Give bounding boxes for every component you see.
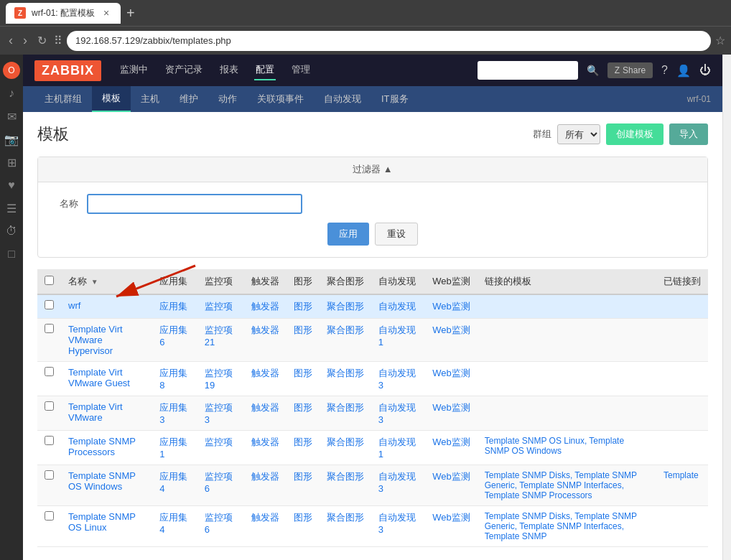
graph-link[interactable]: 图形 (294, 471, 312, 482)
tab-close-button[interactable]: × (101, 7, 112, 19)
graph-link[interactable]: 图形 (294, 325, 312, 335)
discovery-link[interactable]: 自动发现 1 (378, 325, 416, 347)
apps-button[interactable]: ⠿ (54, 34, 62, 47)
screen-link[interactable]: 聚合图形 (327, 512, 364, 523)
new-tab-button[interactable]: + (126, 5, 135, 22)
appset-link[interactable]: 应用集 1 (159, 437, 187, 459)
appset-link[interactable]: 应用集 3 (159, 402, 187, 425)
nav-monitoring[interactable]: 监测中 (118, 60, 149, 80)
subnav-actions[interactable]: 动作 (208, 86, 247, 112)
trigger-link[interactable]: 触发器 (251, 471, 279, 482)
monitor-link[interactable]: 监控项 6 (205, 512, 233, 535)
search-icon[interactable]: 🔍 (587, 65, 599, 76)
bookmark-button[interactable]: ☆ (715, 34, 725, 47)
monitor-link[interactable]: 监控项 21 (205, 325, 233, 347)
row-checkbox[interactable] (45, 401, 54, 411)
discovery-link[interactable]: 自动发现 1 (378, 437, 416, 459)
graph-link[interactable]: 图形 (294, 437, 312, 447)
discovery-link[interactable]: 自动发现 3 (378, 402, 416, 425)
row-checkbox-cell[interactable] (37, 465, 61, 506)
monitor-link[interactable]: 监控项 3 (205, 402, 233, 425)
row-checkbox[interactable] (45, 470, 54, 480)
trigger-link[interactable]: 触发器 (251, 402, 279, 413)
sidebar-icon-menu[interactable]: ☰ (1, 198, 22, 218)
screen-link[interactable]: 聚合图形 (327, 437, 364, 447)
graph-link[interactable]: 图形 (294, 512, 312, 523)
row-checkbox-cell[interactable] (37, 362, 61, 396)
row-checkbox[interactable] (45, 300, 54, 309)
web-link[interactable]: Web监测 (432, 471, 470, 482)
row-checkbox[interactable] (45, 511, 54, 521)
apply-button[interactable]: 应用 (327, 223, 369, 246)
template-name-link[interactable]: Template Virt VMware Hypervisor (68, 324, 123, 356)
graph-link[interactable]: 图形 (294, 402, 312, 413)
select-all-header[interactable] (37, 269, 61, 294)
appset-link[interactable]: 应用集 8 (159, 368, 187, 391)
sidebar-icon-square[interactable]: □ (1, 244, 22, 264)
discovery-link[interactable]: 自动发现 3 (378, 368, 416, 391)
nav-admin[interactable]: 管理 (290, 60, 312, 80)
sidebar-icon-music[interactable]: ♪ (1, 83, 22, 103)
sidebar-icon-mail[interactable]: ✉ (1, 106, 22, 126)
subnav-correlation[interactable]: 关联项事件 (247, 86, 314, 112)
user-icon[interactable]: 👤 (676, 64, 691, 78)
subnav-host-groups[interactable]: 主机群组 (34, 86, 92, 112)
subnav-hosts[interactable]: 主机 (131, 86, 169, 112)
nav-config[interactable]: 配置 (254, 60, 276, 80)
template-name-link[interactable]: wrf (68, 300, 80, 311)
sidebar-icon-opera[interactable]: O (1, 60, 22, 80)
template-name-link[interactable]: Template SNMP Processors (68, 436, 136, 457)
row-checkbox[interactable] (45, 436, 54, 445)
template-name-link[interactable]: Template SNMP OS Windows (68, 470, 136, 492)
reload-button[interactable]: ↻ (34, 31, 50, 50)
trigger-link[interactable]: 触发器 (251, 368, 279, 378)
appset-link[interactable]: 应用集 6 (159, 325, 187, 347)
sidebar-icon-heart[interactable]: ♥ (1, 175, 22, 195)
web-link[interactable]: Web监测 (432, 301, 470, 312)
global-search-input[interactable] (478, 61, 578, 80)
subnav-it-services[interactable]: IT服务 (371, 86, 419, 112)
trigger-link[interactable]: 触发器 (251, 437, 279, 447)
row-checkbox-cell[interactable] (37, 431, 61, 465)
web-link[interactable]: Web监测 (432, 402, 470, 413)
discovery-link[interactable]: 自动发现 3 (378, 471, 416, 494)
power-icon[interactable]: ⏻ (699, 64, 711, 77)
monitor-link[interactable]: 监控项 19 (205, 368, 233, 391)
subnav-templates[interactable]: 模板 (92, 86, 131, 112)
row-checkbox[interactable] (45, 367, 54, 376)
web-link[interactable]: Web监测 (432, 437, 470, 447)
sidebar-icon-grid[interactable]: ⊞ (1, 152, 22, 172)
select-all-checkbox[interactable] (45, 276, 54, 285)
screen-link[interactable]: 聚合图形 (327, 402, 364, 413)
import-button[interactable]: 导入 (669, 123, 708, 145)
discovery-link[interactable]: 自动发现 (378, 301, 416, 312)
appset-link[interactable]: 应用集 4 (159, 471, 187, 494)
template-name-link[interactable]: Template Virt VMware (68, 401, 123, 423)
monitor-link[interactable]: 监控项 6 (205, 471, 233, 494)
filter-name-input[interactable] (87, 194, 302, 214)
right-scrollbar[interactable] (722, 55, 731, 560)
subnav-maintenance[interactable]: 维护 (169, 86, 208, 112)
template-name-link[interactable]: Template Virt VMware Guest (68, 367, 130, 388)
back-button[interactable]: ‹ (6, 30, 16, 51)
template-name-link[interactable]: Template SNMP OS Linux (68, 511, 136, 533)
sidebar-icon-camera[interactable]: 📷 (1, 129, 22, 149)
help-icon[interactable]: ? (661, 64, 668, 77)
forward-button[interactable]: › (20, 30, 30, 51)
sidebar-icon-clock[interactable]: ⏱ (1, 221, 22, 241)
row-checkbox-cell[interactable] (37, 319, 61, 362)
row-checkbox-cell[interactable] (37, 396, 61, 431)
trigger-link[interactable]: 触发器 (251, 325, 279, 335)
nav-assets[interactable]: 资产记录 (164, 60, 204, 80)
group-select[interactable]: 所有 (557, 124, 600, 144)
create-template-button[interactable]: 创建模板 (606, 123, 664, 145)
row-checkbox-cell[interactable] (37, 506, 61, 547)
web-link[interactable]: Web监测 (432, 325, 470, 335)
web-link[interactable]: Web监测 (432, 512, 470, 523)
row-checkbox[interactable] (45, 324, 54, 333)
appset-link[interactable]: 应用集 4 (159, 512, 187, 535)
trigger-link[interactable]: 触发器 (251, 512, 279, 523)
reset-button[interactable]: 重设 (375, 223, 418, 246)
address-input[interactable] (67, 31, 711, 51)
screen-link[interactable]: 聚合图形 (327, 368, 364, 378)
